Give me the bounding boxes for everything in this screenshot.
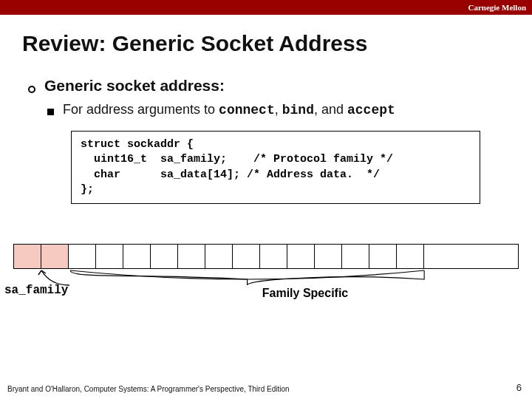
bullet-level1: Generic socket address: bbox=[28, 77, 510, 95]
byte-cell-data bbox=[424, 245, 451, 268]
byte-cell-data bbox=[315, 245, 342, 268]
byte-cell-data bbox=[287, 245, 315, 268]
org-label: Carnegie Mellon bbox=[468, 3, 526, 12]
byte-cell-data bbox=[342, 245, 369, 268]
slide: Carnegie Mellon Review: Generic Socket A… bbox=[0, 0, 532, 399]
sep2: , and bbox=[314, 102, 347, 117]
bullet-level2: For address arguments to connect, bind, … bbox=[28, 95, 510, 117]
byte-cell-data bbox=[96, 245, 123, 268]
sep1: , bbox=[275, 102, 282, 117]
brace-icon bbox=[70, 269, 453, 285]
byte-cell-data bbox=[123, 245, 151, 268]
topbar: Carnegie Mellon bbox=[0, 0, 532, 15]
arrow-icon bbox=[35, 267, 71, 287]
byte-row bbox=[13, 244, 519, 269]
slide-title: Review: Generic Socket Address bbox=[0, 15, 532, 56]
family-specific-label: Family Specific bbox=[262, 287, 349, 300]
byte-cell-data bbox=[397, 245, 424, 268]
struct-diagram: sa_family Family Specific bbox=[13, 244, 519, 269]
code-block: struct sockaddr { uint16_t sa_family; /*… bbox=[71, 131, 480, 204]
footer-text: Bryant and O'Hallaron, Computer Systems:… bbox=[7, 385, 290, 393]
bullet-level2-text: For address arguments to connect, bind, … bbox=[63, 102, 395, 117]
byte-cell-data bbox=[205, 245, 233, 268]
byte-cell-family bbox=[41, 245, 69, 268]
slide-body: Generic socket address: For address argu… bbox=[0, 56, 532, 204]
byte-cell-data bbox=[151, 245, 178, 268]
square-bullet-icon bbox=[47, 109, 54, 115]
byte-cell-data bbox=[369, 245, 397, 268]
fn-connect: connect bbox=[219, 103, 275, 117]
lvl2-prefix: For address arguments to bbox=[63, 102, 219, 117]
byte-cell-data bbox=[233, 245, 260, 268]
fn-accept: accept bbox=[347, 103, 395, 117]
hollow-bullet-icon bbox=[28, 86, 35, 93]
byte-cell-data bbox=[69, 245, 96, 268]
fn-bind: bind bbox=[282, 103, 314, 117]
byte-cell-family bbox=[14, 245, 41, 268]
byte-cell-data bbox=[260, 245, 287, 268]
page-number: 6 bbox=[516, 382, 522, 393]
bullet-level1-text: Generic socket address: bbox=[44, 77, 225, 95]
byte-cell-data bbox=[178, 245, 205, 268]
